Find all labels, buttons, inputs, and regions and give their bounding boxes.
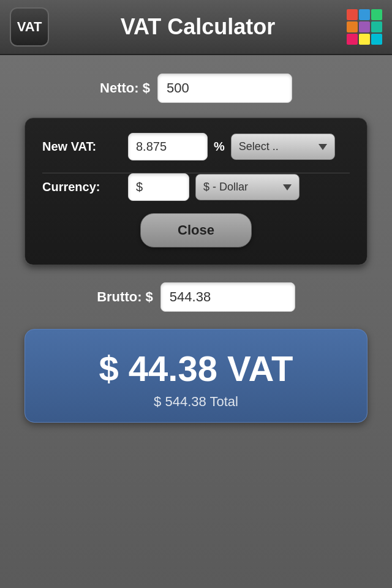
close-button[interactable]: Close: [140, 213, 252, 247]
app-logo: VAT: [10, 7, 49, 47]
currency-label: Currency:: [42, 180, 122, 194]
logo-text: VAT: [17, 19, 42, 35]
currency-symbol-input[interactable]: [128, 173, 189, 201]
color-grid: [347, 9, 382, 45]
vat-label: New VAT:: [42, 140, 122, 154]
main-content: Netto: $ New VAT: % Select .. Currency: …: [0, 55, 392, 588]
color-cell: [359, 21, 370, 32]
currency-dropdown-arrow-icon: [283, 184, 292, 190]
color-cell: [347, 34, 358, 45]
app-title: VAT Calculator: [49, 14, 347, 40]
vat-amount: $ 44.38 VAT: [37, 348, 355, 389]
dropdown-arrow-icon: [318, 144, 327, 150]
color-cell: [359, 9, 370, 20]
currency-row: Currency: $ - Dollar: [42, 173, 350, 201]
brutto-input[interactable]: [160, 282, 295, 312]
currency-dropdown-label: $ - Dollar: [203, 181, 248, 194]
color-cell: [371, 34, 382, 45]
color-cell: [371, 9, 382, 20]
vat-select-dropdown[interactable]: Select ..: [231, 134, 335, 160]
close-button-row: Close: [42, 213, 350, 247]
color-cell: [359, 34, 370, 45]
vat-input[interactable]: [128, 133, 208, 160]
app-header: VAT VAT Calculator: [0, 0, 392, 55]
netto-row: Netto: $: [24, 74, 368, 103]
percent-sign: %: [214, 140, 225, 154]
netto-input[interactable]: [157, 74, 292, 103]
vat-select-label: Select ..: [239, 140, 279, 153]
vat-row: New VAT: % Select ..: [42, 133, 350, 160]
brutto-row: Brutto: $: [24, 282, 368, 312]
currency-dropdown[interactable]: $ - Dollar: [195, 174, 300, 200]
vat-result-display: $ 44.38 VAT $ 544.38 Total: [24, 329, 368, 423]
brutto-label: Brutto: $: [97, 289, 153, 305]
color-cell: [347, 21, 358, 32]
close-button-label: Close: [178, 222, 214, 238]
settings-panel: New VAT: % Select .. Currency: $ - Dolla…: [24, 118, 368, 265]
color-cell: [371, 21, 382, 32]
vat-total: $ 544.38 Total: [37, 394, 355, 410]
netto-label: Netto: $: [100, 80, 150, 96]
color-cell: [347, 9, 358, 20]
